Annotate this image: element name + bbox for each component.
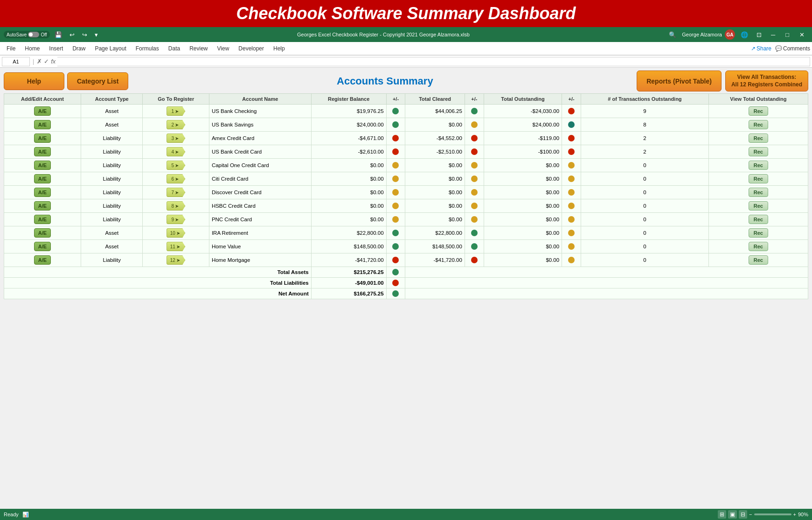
- register-balance-cell-10: $148,500.00: [311, 240, 386, 253]
- menu-data[interactable]: Data: [164, 43, 185, 54]
- total-liabilities-dot: [392, 280, 399, 286]
- ae-button-10[interactable]: A/E: [34, 242, 51, 251]
- account-type-cell-6: Liability: [81, 186, 143, 199]
- ae-button-8[interactable]: A/E: [34, 215, 51, 224]
- ae-button-9[interactable]: A/E: [34, 228, 51, 238]
- autosave-toggle[interactable]: [28, 32, 39, 37]
- cross-icon[interactable]: ✗: [37, 58, 42, 65]
- to-dot-11: [568, 257, 575, 263]
- total-cleared-cell-3: -$2,510.00: [405, 145, 465, 159]
- nav-arrow-2[interactable]: 3 ➤: [167, 134, 185, 143]
- cell-reference[interactable]: [2, 57, 30, 66]
- ae-cell-10: A/E: [4, 240, 81, 253]
- share-button[interactable]: ↗ Share: [751, 45, 771, 52]
- search-icon[interactable]: 🔍: [666, 30, 679, 39]
- menu-review[interactable]: Review: [185, 43, 212, 54]
- reports-button[interactable]: Reports (Pivot Table): [637, 70, 722, 91]
- menu-home[interactable]: Home: [20, 43, 44, 54]
- globe-icon[interactable]: 🌐: [738, 30, 751, 39]
- nav-arrow-4[interactable]: 5 ➤: [167, 161, 185, 170]
- total-outstanding-cell-2: -$119.00: [484, 132, 562, 145]
- minimize-btn[interactable]: ─: [767, 27, 779, 42]
- rec-button-9[interactable]: Rec: [749, 228, 768, 238]
- nav-arrow-11[interactable]: 12 ➤: [167, 255, 185, 265]
- restore-icon[interactable]: ⊡: [754, 30, 764, 39]
- register-balance-cell-11: -$41,720.00: [311, 253, 386, 267]
- rec-button-3[interactable]: Rec: [749, 147, 768, 156]
- tc-dot-cell-3: [465, 145, 484, 159]
- menu-help[interactable]: Help: [269, 43, 290, 54]
- ae-button-1[interactable]: A/E: [34, 120, 51, 129]
- nav-arrow-6[interactable]: 7 ➤: [167, 188, 185, 197]
- ae-button-5[interactable]: A/E: [34, 174, 51, 183]
- rec-button-0[interactable]: Rec: [749, 106, 768, 116]
- rec-button-5[interactable]: Rec: [749, 174, 768, 183]
- total-assets-label: Total Assets: [4, 267, 312, 278]
- nav-arrow-5[interactable]: 6 ➤: [167, 174, 185, 183]
- menu-file[interactable]: File: [2, 43, 20, 54]
- menu-view[interactable]: View: [213, 43, 234, 54]
- nav-arrow-0[interactable]: 1 ➤: [167, 106, 185, 116]
- rec-button-7[interactable]: Rec: [749, 201, 768, 211]
- undo-icon[interactable]: ↩: [67, 30, 77, 39]
- view-all-button[interactable]: View All Transactions: All 12 Registers …: [725, 70, 808, 91]
- formula-input[interactable]: [57, 57, 810, 66]
- rec-button-8[interactable]: Rec: [749, 215, 768, 224]
- customize-icon[interactable]: ▾: [92, 30, 101, 39]
- col-go-to-register: Go To Register: [143, 94, 209, 105]
- help-button[interactable]: Help: [4, 72, 64, 90]
- close-btn[interactable]: ✕: [796, 27, 808, 42]
- menu-developer[interactable]: Developer: [234, 43, 269, 54]
- nav-arrow-1[interactable]: 2 ➤: [167, 120, 185, 129]
- register-nav-cell-3: 4 ➤: [143, 145, 209, 159]
- nav-arrow-7[interactable]: 8 ➤: [167, 201, 185, 211]
- nav-arrow-3[interactable]: 4 ➤: [167, 147, 185, 156]
- account-name-cell-7: HSBC Credit Card: [209, 199, 311, 213]
- ae-button-0[interactable]: A/E: [34, 106, 51, 116]
- rec-button-2[interactable]: Rec: [749, 134, 768, 143]
- ae-button-2[interactable]: A/E: [34, 134, 51, 143]
- ae-cell-8: A/E: [4, 213, 81, 226]
- register-nav-cell-7: 8 ➤: [143, 199, 209, 213]
- ae-button-3[interactable]: A/E: [34, 147, 51, 156]
- account-name-cell-0: US Bank Checking: [209, 105, 311, 118]
- ae-button-6[interactable]: A/E: [34, 188, 51, 197]
- register-nav-cell-9: 10 ➤: [143, 226, 209, 240]
- total-liabilities-empty: [405, 278, 808, 288]
- nav-num-10: 11: [170, 244, 175, 249]
- menu-insert[interactable]: Insert: [44, 43, 68, 54]
- tc-dot-2: [471, 135, 478, 141]
- menu-page-layout[interactable]: Page Layout: [90, 43, 131, 54]
- col-rb-pm: +/-: [386, 94, 405, 105]
- category-list-button[interactable]: Category List: [67, 72, 128, 90]
- rec-cell-11: Rec: [708, 253, 808, 267]
- ae-button-7[interactable]: A/E: [34, 201, 51, 211]
- to-dot-cell-9: [562, 226, 581, 240]
- total-outstanding-cell-5: $0.00: [484, 172, 562, 186]
- nav-arrow-10[interactable]: 11 ➤: [167, 242, 185, 251]
- comments-label: Comments: [783, 45, 810, 52]
- ae-button-11[interactable]: A/E: [34, 255, 51, 265]
- redo-icon[interactable]: ↪: [79, 30, 90, 39]
- ae-button-4[interactable]: A/E: [34, 161, 51, 170]
- menu-formulas[interactable]: Formulas: [131, 43, 164, 54]
- rec-button-11[interactable]: Rec: [749, 255, 768, 265]
- comments-button[interactable]: 💬 Comments: [775, 45, 810, 52]
- check-icon[interactable]: ✓: [44, 58, 49, 65]
- save-icon[interactable]: 💾: [52, 30, 65, 39]
- menu-draw[interactable]: Draw: [68, 43, 90, 54]
- table-row: A/E Liability 3 ➤ Amex Credit Card -$4,6…: [4, 132, 808, 145]
- rec-button-6[interactable]: Rec: [749, 188, 768, 197]
- rec-button-1[interactable]: Rec: [749, 120, 768, 129]
- maximize-btn[interactable]: □: [782, 27, 793, 42]
- register-balance-cell-4: $0.00: [311, 159, 386, 172]
- rb-dot-2: [392, 135, 399, 141]
- fx-icon[interactable]: fx: [51, 58, 56, 65]
- ae-cell-4: A/E: [4, 159, 81, 172]
- nav-arrow-8[interactable]: 9 ➤: [167, 215, 185, 224]
- register-balance-cell-9: $22,800.00: [311, 226, 386, 240]
- rec-button-4[interactable]: Rec: [749, 161, 768, 170]
- total-outstanding-cell-10: $0.00: [484, 240, 562, 253]
- rec-button-10[interactable]: Rec: [749, 242, 768, 251]
- nav-arrow-9[interactable]: 10 ➤: [167, 228, 185, 238]
